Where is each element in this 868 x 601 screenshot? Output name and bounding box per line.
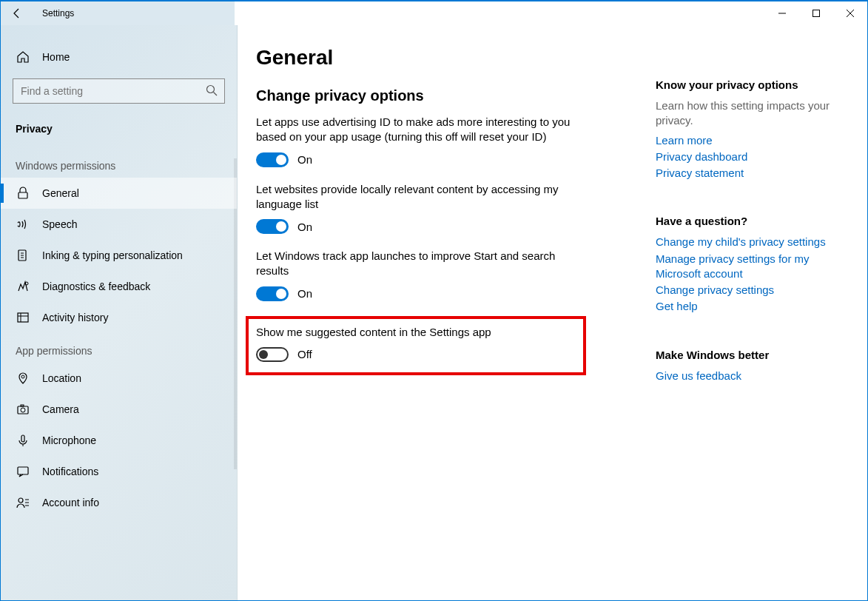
home-nav[interactable]: Home <box>1 43 237 71</box>
svg-rect-12 <box>18 313 28 322</box>
setting-track-launches: Let Windows track app launches to improv… <box>256 249 656 301</box>
sidebar-item-notifications[interactable]: Notifications <box>1 456 237 487</box>
titlebar: Settings <box>1 1 867 25</box>
toggle-state: On <box>297 153 312 166</box>
search-icon <box>206 84 218 99</box>
sidebar-item-speech[interactable]: Speech <box>1 209 237 240</box>
setting-desc: Show me suggested content in the Setting… <box>256 325 576 340</box>
svg-rect-1 <box>813 10 820 17</box>
toggle-suggested-content[interactable] <box>256 347 289 362</box>
setting-desc: Let websites provide locally relevant co… <box>256 182 582 212</box>
location-icon <box>16 372 30 385</box>
speech-icon <box>16 218 30 231</box>
link-change-privacy[interactable]: Change privacy settings <box>656 283 833 298</box>
account-icon <box>16 496 30 509</box>
link-privacy-statement[interactable]: Privacy statement <box>656 166 833 181</box>
privacy-options-section: Know your privacy options Learn how this… <box>656 78 849 181</box>
sidebar-item-inking[interactable]: Inking & typing personalization <box>1 240 237 271</box>
sidebar-item-label: Notifications <box>42 466 98 477</box>
highlighted-setting: Show me suggested content in the Setting… <box>246 316 586 375</box>
toggle-state: On <box>297 221 312 233</box>
search-input[interactable] <box>13 78 225 104</box>
section-title: Change privacy options <box>256 87 656 104</box>
close-button[interactable] <box>833 1 867 25</box>
link-learn-more[interactable]: Learn more <box>656 133 833 148</box>
sidebar-item-label: Camera <box>42 403 79 415</box>
toggle-language-list[interactable] <box>256 219 289 234</box>
link-give-feedback[interactable]: Give us feedback <box>656 369 833 383</box>
sidebar-item-label: Account info <box>42 497 99 508</box>
group-app-permissions: App permissions <box>1 333 237 363</box>
right-heading: Know your privacy options <box>656 78 849 91</box>
setting-language-list: Let websites provide locally relevant co… <box>256 182 656 235</box>
sidebar-item-label: General <box>42 187 79 199</box>
toggle-advertising-id[interactable] <box>256 152 289 167</box>
svg-point-4 <box>207 86 215 93</box>
sidebar: Home Privacy Windows permissions General… <box>1 25 238 600</box>
feedback-section: Make Windows better Give us feedback <box>656 349 849 383</box>
svg-point-17 <box>21 408 25 412</box>
sidebar-item-activity[interactable]: Activity history <box>1 302 237 333</box>
home-label: Home <box>42 51 70 63</box>
right-heading: Make Windows better <box>656 349 849 361</box>
toggle-track-launches[interactable] <box>256 286 289 301</box>
minimize-button[interactable] <box>765 1 799 25</box>
toggle-state: On <box>297 287 312 300</box>
sidebar-item-label: Location <box>42 372 81 384</box>
sidebar-item-label: Speech <box>42 218 77 230</box>
setting-desc: Let Windows track app launches to improv… <box>256 249 582 279</box>
notifications-icon <box>16 465 30 478</box>
microphone-icon <box>16 434 30 447</box>
sidebar-item-microphone[interactable]: Microphone <box>1 425 237 456</box>
toggle-state: Off <box>297 348 312 360</box>
sidebar-item-label: Microphone <box>42 434 96 446</box>
inking-icon <box>16 249 30 262</box>
category-title: Privacy <box>1 117 237 148</box>
home-icon <box>16 50 30 64</box>
setting-advertising-id: Let apps use advertising ID to make ads … <box>256 115 656 167</box>
link-child-privacy[interactable]: Change my child's privacy settings <box>656 235 833 249</box>
sidebar-item-label: Diagnostics & feedback <box>42 281 150 292</box>
sidebar-item-location[interactable]: Location <box>1 363 237 394</box>
camera-icon <box>16 403 30 416</box>
svg-point-15 <box>21 375 24 378</box>
link-privacy-dashboard[interactable]: Privacy dashboard <box>656 150 833 164</box>
right-text: Learn how this setting impacts your priv… <box>656 98 833 129</box>
activity-icon <box>16 311 30 324</box>
link-get-help[interactable]: Get help <box>656 299 833 314</box>
svg-rect-21 <box>18 467 28 474</box>
svg-rect-18 <box>21 405 24 406</box>
sidebar-item-general[interactable]: General <box>1 178 237 209</box>
window-title: Settings <box>42 8 74 19</box>
sidebar-item-diagnostics[interactable]: Diagnostics & feedback <box>1 271 237 302</box>
diagnostics-icon <box>16 280 30 293</box>
svg-line-5 <box>214 93 218 96</box>
sidebar-item-camera[interactable]: Camera <box>1 394 237 425</box>
sidebar-item-label: Inking & typing personalization <box>42 249 183 261</box>
right-heading: Have a question? <box>656 215 849 227</box>
svg-rect-19 <box>21 435 24 442</box>
lock-icon <box>16 187 30 200</box>
setting-desc: Let apps use advertising ID to make ads … <box>256 115 582 145</box>
group-windows-permissions: Windows permissions <box>1 148 237 178</box>
sidebar-item-label: Activity history <box>42 312 108 323</box>
svg-rect-6 <box>18 192 27 198</box>
page-title: General <box>256 46 656 70</box>
question-section: Have a question? Change my child's priva… <box>656 215 849 314</box>
link-ms-account-privacy[interactable]: Manage privacy settings for my Microsoft… <box>656 252 833 282</box>
back-button[interactable] <box>1 1 33 25</box>
sidebar-item-accountinfo[interactable]: Account info <box>1 487 237 518</box>
maximize-button[interactable] <box>799 1 833 25</box>
svg-point-22 <box>18 498 23 503</box>
